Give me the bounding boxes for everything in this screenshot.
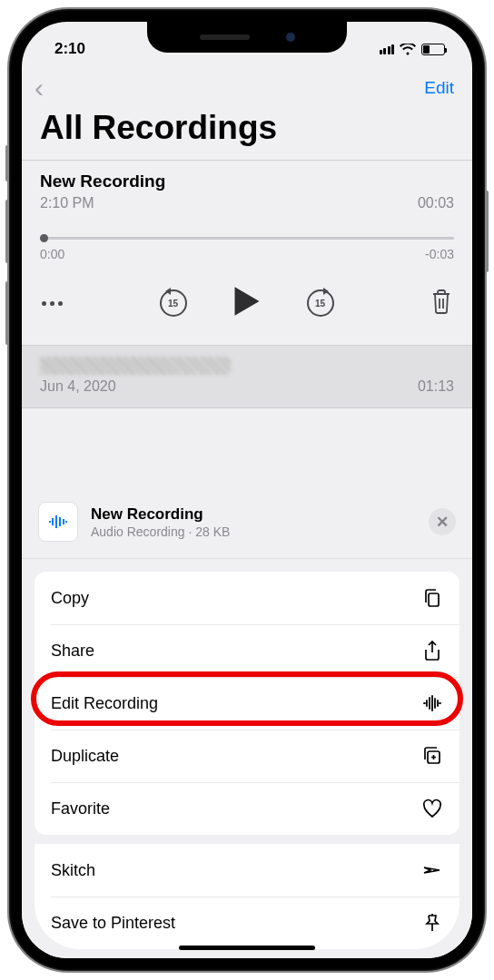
page-title: All Recordings — [22, 109, 472, 160]
recording-title: New Recording — [40, 172, 454, 191]
sheet-subtitle: Audio Recording · 28 KB — [91, 524, 416, 539]
pinterest-action[interactable]: Save to Pinterest — [35, 897, 459, 949]
sheet-thumbnail — [38, 502, 78, 542]
action-label: Favorite — [51, 799, 110, 818]
battery-icon — [421, 44, 445, 55]
recording-item[interactable]: Jun 4, 2020 01:13 — [22, 345, 472, 408]
copy-icon — [421, 587, 443, 609]
pin-icon — [421, 912, 443, 934]
copy-action[interactable]: Copy — [35, 572, 459, 624]
skip-forward-button[interactable]: 15 — [307, 289, 334, 317]
phone-frame: 2:10 ‹ Edit All Recordings New Recording… — [9, 9, 485, 971]
favorite-action[interactable]: Favorite — [35, 782, 459, 835]
action-label: Edit Recording — [51, 694, 158, 713]
duplicate-icon — [421, 745, 443, 767]
notch — [147, 22, 347, 53]
play-button[interactable] — [232, 285, 262, 321]
elapsed-time: 0:00 — [40, 247, 64, 261]
duplicate-action[interactable]: Duplicate — [35, 730, 459, 782]
wifi-icon — [400, 44, 416, 55]
action-label: Share — [51, 642, 94, 661]
action-label: Save to Pinterest — [51, 914, 175, 933]
recording-duration: 01:13 — [418, 378, 454, 395]
recording-date: Jun 4, 2020 — [40, 378, 116, 395]
skitch-icon — [421, 859, 443, 881]
edit-button[interactable]: Edit — [424, 78, 454, 98]
home-indicator[interactable] — [179, 946, 315, 950]
recording-time: 2:10 PM — [40, 195, 94, 211]
nav-bar: ‹ Edit — [22, 64, 472, 109]
scrubber[interactable]: 0:00 -0:03 — [22, 220, 472, 265]
close-button[interactable]: ✕ — [429, 508, 456, 535]
recording-title-redacted — [40, 357, 231, 375]
recording-duration: 00:03 — [418, 195, 454, 211]
action-label: Duplicate — [51, 747, 119, 766]
skip-back-button[interactable]: 15 — [160, 289, 187, 317]
svg-rect-0 — [429, 593, 439, 606]
share-action[interactable]: Share — [35, 624, 459, 677]
side-button — [485, 191, 489, 272]
sheet-title: New Recording — [91, 505, 416, 524]
action-sheet: New Recording Audio Recording · 28 KB ✕ … — [22, 485, 472, 958]
more-button[interactable] — [42, 301, 63, 306]
cellular-icon — [380, 44, 395, 54]
skitch-action[interactable]: Skitch — [35, 844, 459, 897]
volume-button — [5, 281, 9, 345]
status-time: 2:10 — [54, 40, 85, 58]
waveform-icon — [421, 692, 443, 714]
screen: 2:10 ‹ Edit All Recordings New Recording… — [22, 22, 472, 958]
recording-item[interactable]: New Recording 2:10 PM 00:03 — [22, 161, 472, 220]
action-label: Skitch — [51, 861, 95, 880]
remaining-time: -0:03 — [425, 247, 454, 261]
action-label: Copy — [51, 589, 89, 608]
scrubber-thumb[interactable] — [40, 234, 48, 242]
share-icon — [421, 640, 443, 662]
back-button[interactable]: ‹ — [35, 73, 44, 103]
delete-button[interactable] — [430, 289, 452, 318]
edit-recording-action[interactable]: Edit Recording — [35, 677, 459, 730]
heart-icon — [421, 798, 443, 819]
